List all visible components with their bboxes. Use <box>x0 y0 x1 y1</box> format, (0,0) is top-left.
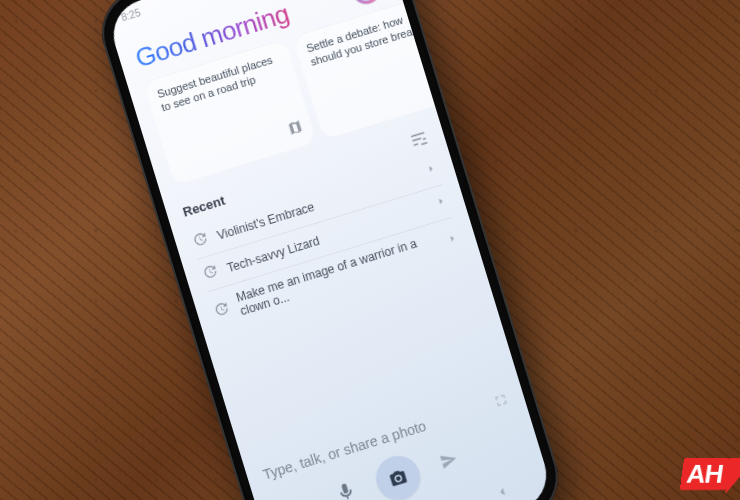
history-icon <box>190 229 211 252</box>
chevron-right-icon <box>424 161 440 179</box>
status-time: 8:25 <box>120 7 142 24</box>
back-icon[interactable] <box>493 482 514 500</box>
tune-icon[interactable] <box>408 128 431 153</box>
watermark-logo: AH <box>680 458 730 490</box>
avatar[interactable] <box>348 0 383 7</box>
send-button[interactable] <box>437 448 463 477</box>
chevron-right-icon <box>445 230 461 248</box>
history-icon <box>211 299 232 322</box>
history-icon <box>200 262 221 285</box>
mic-button[interactable] <box>333 479 359 500</box>
map-icon <box>285 118 306 142</box>
chevron-right-icon <box>434 194 450 212</box>
